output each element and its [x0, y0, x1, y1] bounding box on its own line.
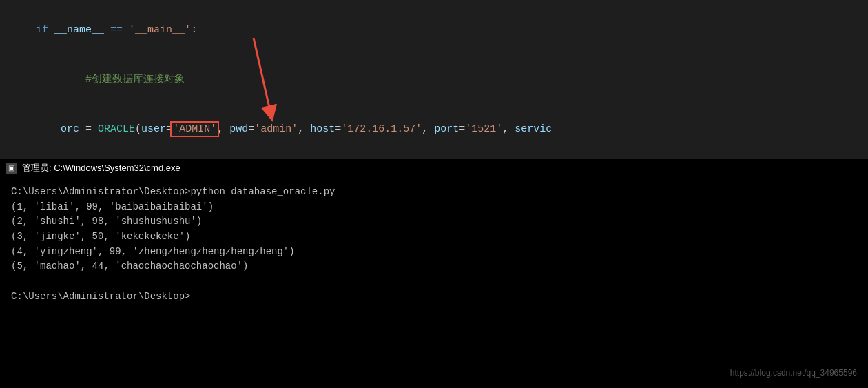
- code-line-3: orc = ORACLE(user='ADMIN', pwd='admin', …: [11, 105, 857, 154]
- code-editor: if __name__ == '__main__': #创建数据库连接对象 or…: [0, 0, 868, 159]
- terminal-line-7: [11, 274, 857, 289]
- terminal-line-8: C:\Users\Administrator\Desktop>_: [11, 289, 857, 305]
- code-line-4: [11, 154, 857, 159]
- terminal-line-2: (1, 'libai', 99, 'baibaibaibaibai'): [11, 200, 857, 215]
- cmd-titlebar: ▣ 管理员: C:\Windows\System32\cmd.exe: [0, 159, 868, 176]
- cmd-title: 管理员: C:\Windows\System32\cmd.exe: [22, 162, 180, 174]
- watermark: https://blog.csdn.net/qq_34965596: [730, 367, 857, 380]
- terminal-line-1: C:\Users\Administrator\Desktop>python da…: [11, 185, 857, 200]
- terminal-line-6: (5, 'machao', 44, 'chaochaochaochaochao'…: [11, 259, 857, 274]
- cmd-icon: ▣: [6, 163, 17, 174]
- code-line-2: #创建数据库连接对象: [11, 55, 857, 105]
- terminal-line-5: (4, 'yingzheng', 99, 'zhengzhengzhengzhe…: [11, 245, 857, 260]
- terminal-line-3: (2, 'shushi', 98, 'shushushushu'): [11, 214, 857, 229]
- terminal: C:\Users\Administrator\Desktop>python da…: [0, 176, 868, 388]
- terminal-line-4: (3, 'jingke', 50, 'kekekekeke'): [11, 229, 857, 245]
- keyword-if: if: [36, 24, 48, 36]
- code-line-1: if __name__ == '__main__':: [11, 6, 857, 55]
